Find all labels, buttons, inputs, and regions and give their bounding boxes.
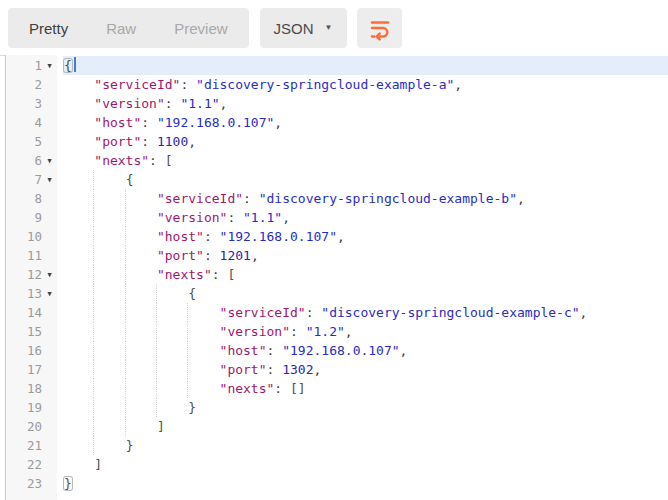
gutter: 1▾23456▾7▾89101112▾13▾141516171819202122… — [6, 55, 57, 500]
line-number: 9 — [34, 208, 42, 227]
tab-raw[interactable]: Raw — [87, 8, 155, 48]
token-punctuation: : — [180, 77, 196, 92]
token-key: "port" — [94, 134, 141, 149]
code-line[interactable]: "port": 1100, — [63, 132, 668, 151]
token-bracket: [] — [290, 381, 306, 396]
line-number: 7 — [34, 170, 42, 189]
token-key: "nexts" — [220, 381, 275, 396]
token-string: "1.2" — [306, 324, 345, 339]
line-number: 11 — [27, 246, 42, 265]
code-line[interactable]: { — [63, 170, 668, 189]
token-bracket: ] — [157, 419, 165, 434]
code-line[interactable]: { — [63, 56, 668, 75]
token-key: "version" — [94, 96, 164, 111]
token-punctuation: , — [282, 210, 290, 225]
code-line[interactable]: "serviceId": "discovery-springcloud-exam… — [63, 189, 668, 208]
indent-guide — [93, 227, 125, 246]
indent-guide — [63, 189, 94, 208]
code-line[interactable]: } — [63, 398, 668, 417]
indent-guide — [156, 303, 188, 322]
indent-guide — [93, 284, 125, 303]
fold-toggle-icon[interactable]: ▾ — [42, 284, 57, 303]
code-line[interactable]: "version": "1.1", — [63, 208, 668, 227]
indent-guide — [156, 379, 188, 398]
indent-guide — [63, 417, 94, 436]
code-area[interactable]: { "serviceId": "discovery-springcloud-ex… — [57, 55, 668, 500]
token-punctuation: : — [290, 324, 306, 339]
token-string: "1.1" — [243, 210, 282, 225]
token-punctuation: , — [274, 115, 282, 130]
line-number: 14 — [27, 303, 42, 322]
indent-guide — [125, 284, 157, 303]
indent-guide — [125, 398, 157, 417]
code-line[interactable]: } — [63, 474, 668, 493]
fold-toggle-icon[interactable]: ▾ — [42, 151, 57, 170]
json-code-editor[interactable]: 1▾23456▾7▾89101112▾13▾141516171819202122… — [5, 55, 668, 500]
token-punctuation: : — [165, 96, 181, 111]
indent-guide — [125, 265, 157, 284]
indent-guide — [93, 360, 125, 379]
gutter-row: 10 — [6, 227, 57, 246]
code-line[interactable]: ] — [63, 417, 668, 436]
token-string: "192.168.0.107" — [220, 229, 337, 244]
indent-guide — [63, 341, 94, 360]
code-line[interactable]: "port": 1302, — [63, 360, 668, 379]
line-number: 19 — [27, 398, 42, 417]
fold-toggle-icon[interactable]: ▾ — [42, 56, 57, 75]
indent-guide — [93, 189, 125, 208]
line-number: 5 — [34, 132, 42, 151]
code-line[interactable]: "nexts": [ — [63, 265, 668, 284]
code-line[interactable]: "version": "1.2", — [63, 322, 668, 341]
token-string: "discovery-springcloud-example-c" — [321, 305, 579, 320]
token-punctuation: , — [400, 343, 408, 358]
gutter-row: 5 — [6, 132, 57, 151]
token-punctuation: , — [580, 305, 588, 320]
token-key: "nexts" — [94, 153, 149, 168]
code-line[interactable]: } — [63, 436, 668, 455]
chevron-down-icon: ▼ — [325, 24, 333, 32]
code-line[interactable]: "host": "192.168.0.107", — [63, 113, 668, 132]
code-line[interactable]: "nexts": [ — [63, 151, 668, 170]
tab-pretty[interactable]: Pretty — [10, 8, 87, 48]
line-number: 12 — [27, 265, 42, 284]
code-line[interactable]: ] — [63, 455, 668, 474]
indent-guide — [63, 436, 94, 455]
line-number: 21 — [27, 436, 42, 455]
code-line[interactable]: "host": "192.168.0.107", — [63, 341, 668, 360]
code-line[interactable]: "host": "192.168.0.107", — [63, 227, 668, 246]
indent-guide — [93, 208, 125, 227]
indent-guide — [125, 417, 157, 436]
tab-preview[interactable]: Preview — [155, 8, 246, 48]
indent-guide — [125, 303, 157, 322]
indent-guide — [125, 227, 157, 246]
code-line[interactable]: "version": "1.1", — [63, 94, 668, 113]
beautify-button[interactable] — [357, 8, 402, 48]
token-punctuation: , — [337, 229, 345, 244]
token-bracket: } — [126, 438, 134, 453]
code-line[interactable]: { — [63, 284, 668, 303]
indent-guide — [156, 284, 188, 303]
token-punctuation: : — [204, 248, 220, 263]
fold-toggle-icon[interactable]: ▾ — [42, 265, 57, 284]
code-line[interactable]: "nexts": [] — [63, 379, 668, 398]
token-key: "host" — [220, 343, 267, 358]
token-punctuation: : — [204, 229, 220, 244]
language-select-dropdown[interactable]: JSON ▼ — [260, 8, 347, 48]
line-number: 3 — [34, 94, 42, 113]
token-punctuation: , — [345, 324, 353, 339]
gutter-row: 15 — [6, 322, 57, 341]
code-line[interactable]: "port": 1201, — [63, 246, 668, 265]
token-punctuation: , — [188, 134, 196, 149]
code-line[interactable]: "serviceId": "discovery-springcloud-exam… — [63, 303, 668, 322]
line-number: 6 — [34, 151, 42, 170]
token-punctuation: : — [141, 134, 157, 149]
indent-guide — [125, 322, 157, 341]
token-punctuation: : — [227, 210, 243, 225]
token-number: 1201 — [220, 248, 251, 263]
fold-toggle-icon[interactable]: ▾ — [42, 170, 57, 189]
indent-guide — [125, 246, 157, 265]
indent-guide — [93, 417, 125, 436]
indent-guide — [93, 341, 125, 360]
code-line[interactable]: "serviceId": "discovery-springcloud-exam… — [63, 75, 668, 94]
token-punctuation: : — [149, 153, 165, 168]
